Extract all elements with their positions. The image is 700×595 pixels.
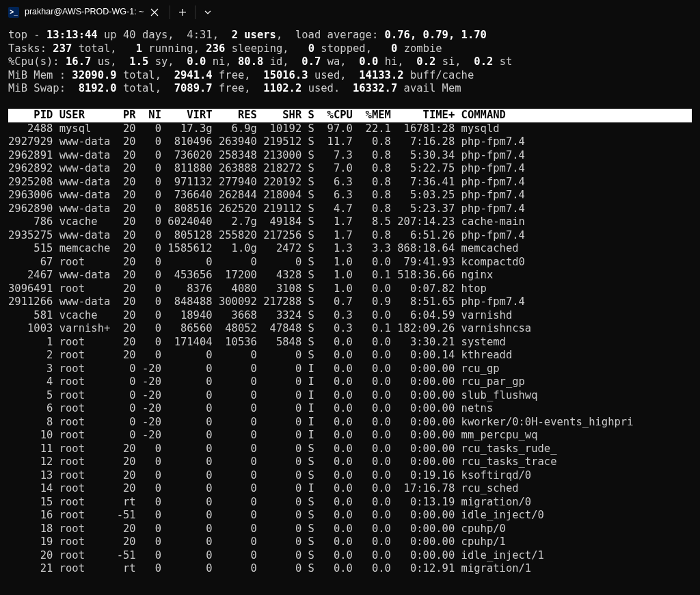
terminal-tab[interactable]: >_ prakhar@AWS-PROD-WG-1: ~: [0, 0, 168, 25]
tab-divider: [170, 5, 170, 19]
top-summary-cpu: %Cpu(s): 16.7 us, 1.5 sy, 0.0 ni, 80.8 i…: [8, 55, 692, 69]
process-row: 2488 mysql 20 0 17.3g 6.9g 10192 S 97.0 …: [8, 122, 692, 136]
process-row: 2467 www-data 20 0 453656 17200 4328 S 1…: [8, 269, 692, 282]
process-row: 786 vcache 20 0 6024040 2.7g 49184 S 1.7…: [8, 215, 692, 229]
process-row: 4 root 0 -20 0 0 0 I 0.0 0.0 0:00.00 rcu…: [8, 375, 692, 389]
top-summary-swap: MiB Swap: 8192.0 total, 7089.7 free, 110…: [8, 82, 692, 96]
process-row: 3096491 root 20 0 8376 4080 3108 S 1.0 0…: [8, 282, 692, 296]
process-row: 3 root 0 -20 0 0 0 I 0.0 0.0 0:00.00 rcu…: [8, 362, 692, 376]
process-header: PID USER PR NI VIRT RES SHR S %CPU %MEM …: [8, 109, 692, 122]
terminal-output[interactable]: top - 13:13:44 up 40 days, 4:31, 2 users…: [0, 25, 700, 580]
process-row: 581 vcache 20 0 18940 3668 3324 S 0.3 0.…: [8, 309, 692, 323]
top-summary-tasks: Tasks: 237 total, 1 running, 236 sleepin…: [8, 42, 692, 56]
top-summary-mem: MiB Mem : 32090.9 total, 2941.4 free, 15…: [8, 69, 692, 83]
process-row: 2927929 www-data 20 0 810496 263940 2195…: [8, 135, 692, 149]
process-row: 10 root 0 -20 0 0 0 I 0.0 0.0 0:00.00 mm…: [8, 429, 692, 442]
process-row: 15 root rt 0 0 0 0 S 0.0 0.0 0:13.19 mig…: [8, 496, 692, 510]
tab-divider: [195, 5, 196, 19]
process-row: 515 memcache 20 0 1585612 1.0g 2472 S 1.…: [8, 242, 692, 256]
process-row: 2935275 www-data 20 0 805128 255820 2172…: [8, 229, 692, 243]
process-row: 11 root 20 0 0 0 0 S 0.0 0.0 0:00.00 rcu…: [8, 442, 692, 456]
titlebar: >_ prakhar@AWS-PROD-WG-1: ~: [0, 0, 700, 25]
process-row: 13 root 20 0 0 0 0 S 0.0 0.0 0:19.16 kso…: [8, 469, 692, 483]
dropdown-button[interactable]: [197, 0, 219, 25]
process-row: 2925208 www-data 20 0 971132 277940 2201…: [8, 176, 692, 189]
process-row: 16 root -51 0 0 0 0 S 0.0 0.0 0:00.00 id…: [8, 509, 692, 523]
process-row: 2962890 www-data 20 0 808516 262520 2191…: [8, 202, 692, 216]
process-row: 12 root 20 0 0 0 0 S 0.0 0.0 0:00.00 rcu…: [8, 455, 692, 469]
process-row: 2911266 www-data 20 0 848488 300092 2172…: [8, 295, 692, 309]
close-tab-button[interactable]: [149, 7, 160, 18]
process-row: 5 root 0 -20 0 0 0 I 0.0 0.0 0:00.00 slu…: [8, 389, 692, 403]
tab-title: prakhar@AWS-PROD-WG-1: ~: [25, 5, 144, 19]
process-row: 2 root 20 0 0 0 0 S 0.0 0.0 0:00.14 kthr…: [8, 349, 692, 362]
process-row: 8 root 0 -20 0 0 0 I 0.0 0.0 0:00.00 kwo…: [8, 416, 692, 429]
process-row: 21 root rt 0 0 0 0 S 0.0 0.0 0:12.91 mig…: [8, 562, 692, 576]
process-row: 2963006 www-data 20 0 736640 262844 2180…: [8, 189, 692, 202]
process-row: 67 root 20 0 0 0 0 S 1.0 0.0 79:41.93 kc…: [8, 256, 692, 269]
process-row: 18 root 20 0 0 0 0 S 0.0 0.0 0:00.00 cpu…: [8, 523, 692, 536]
process-row: 14 root 20 0 0 0 0 I 0.0 0.0 17:16.78 rc…: [8, 482, 692, 496]
process-row: 2962891 www-data 20 0 736020 258348 2130…: [8, 149, 692, 163]
process-row: 2962892 www-data 20 0 811880 263888 2182…: [8, 162, 692, 176]
process-row: 1003 varnish+ 20 0 86560 48052 47848 S 0…: [8, 322, 692, 336]
top-summary-uptime: top - 13:13:44 up 40 days, 4:31, 2 users…: [8, 29, 692, 42]
new-tab-button[interactable]: [172, 0, 193, 25]
powershell-icon: >_: [8, 7, 19, 18]
process-row: 1 root 20 0 171404 10536 5848 S 0.0 0.0 …: [8, 336, 692, 349]
process-row: 20 root -51 0 0 0 0 S 0.0 0.0 0:00.00 id…: [8, 549, 692, 563]
process-row: 6 root 0 -20 0 0 0 I 0.0 0.0 0:00.00 net…: [8, 402, 692, 416]
blank-line: [8, 96, 692, 109]
process-row: 19 root 20 0 0 0 0 S 0.0 0.0 0:00.00 cpu…: [8, 536, 692, 549]
